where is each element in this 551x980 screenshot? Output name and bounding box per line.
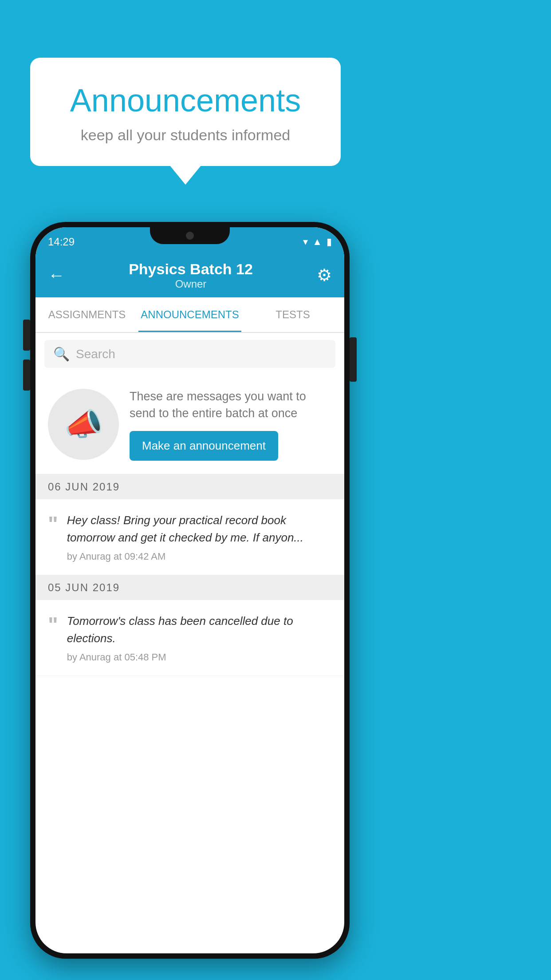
search-bar: 🔍 Search: [35, 333, 344, 375]
tab-assignments[interactable]: ASSIGNMENTS: [35, 297, 138, 332]
announcement-meta-1: by Anurag at 09:42 AM: [67, 551, 332, 562]
phone-device: 14:29 ▾ ▲ ▮ ← Physics Batch 12 Owner ⚙ A…: [30, 222, 350, 959]
promo-card: 📣 These are messages you want to send to…: [35, 375, 344, 474]
wifi-icon: ▾: [303, 236, 308, 248]
back-button[interactable]: ←: [48, 266, 65, 285]
quote-icon-2: ": [48, 614, 58, 636]
app-bar: ← Physics Batch 12 Owner ⚙: [35, 253, 344, 297]
batch-subtitle: Owner: [129, 278, 253, 290]
promo-icon-circle: 📣: [48, 389, 119, 460]
batch-title: Physics Batch 12: [129, 261, 253, 278]
phone-screen: 14:29 ▾ ▲ ▮ ← Physics Batch 12 Owner ⚙ A…: [35, 227, 344, 953]
promo-description: These are messages you want to send to t…: [130, 388, 332, 422]
quote-icon-1: ": [48, 514, 58, 535]
announcement-item-2[interactable]: " Tomorrow's class has been cancelled du…: [35, 600, 344, 676]
announcement-meta-2: by Anurag at 05:48 PM: [67, 652, 332, 663]
announcement-item-1[interactable]: " Hey class! Bring your practical record…: [35, 499, 344, 575]
date-separator-1: 06 JUN 2019: [35, 474, 344, 499]
announcement-text-1: Hey class! Bring your practical record b…: [67, 512, 332, 546]
make-announcement-button[interactable]: Make an announcement: [130, 431, 278, 461]
signal-icon: ▲: [312, 236, 322, 248]
battery-icon: ▮: [327, 236, 332, 248]
volume-down-button: [23, 360, 30, 391]
megaphone-icon: 📣: [64, 406, 103, 443]
promo-content: These are messages you want to send to t…: [130, 388, 332, 461]
announcement-text-2: Tomorrow's class has been cancelled due …: [67, 612, 332, 647]
search-placeholder: Search: [76, 347, 115, 361]
speech-bubble: Announcements keep all your students inf…: [30, 58, 341, 166]
page-title: Announcements: [57, 82, 314, 119]
tab-announcements[interactable]: ANNOUNCEMENTS: [138, 297, 241, 332]
page-subtitle: keep all your students informed: [57, 126, 314, 144]
status-time: 14:29: [48, 236, 75, 248]
camera-dot: [186, 232, 194, 240]
tab-bar: ASSIGNMENTS ANNOUNCEMENTS TESTS: [35, 297, 344, 333]
search-icon: 🔍: [53, 346, 70, 362]
app-bar-title-group: Physics Batch 12 Owner: [129, 261, 253, 290]
announcement-content-2: Tomorrow's class has been cancelled due …: [67, 612, 332, 663]
status-icons: ▾ ▲ ▮: [303, 236, 332, 248]
phone-notch: [150, 227, 230, 244]
power-button: [350, 337, 357, 382]
speech-bubble-wrapper: Announcements keep all your students inf…: [30, 58, 341, 166]
settings-icon[interactable]: ⚙: [317, 265, 332, 285]
tab-tests[interactable]: TESTS: [241, 297, 344, 332]
volume-up-button: [23, 320, 30, 351]
date-separator-2: 05 JUN 2019: [35, 575, 344, 600]
search-input-wrap[interactable]: 🔍 Search: [44, 340, 335, 368]
announcement-content-1: Hey class! Bring your practical record b…: [67, 512, 332, 562]
